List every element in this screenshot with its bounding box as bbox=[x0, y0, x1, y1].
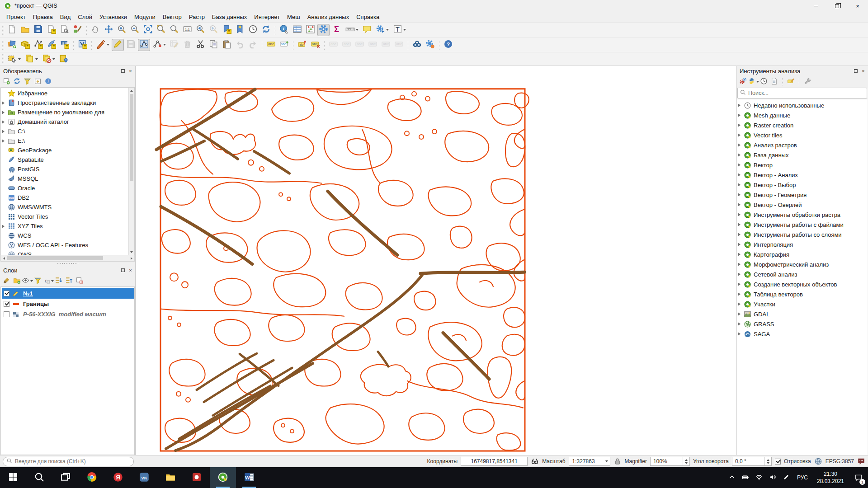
extents-toggle-icon[interactable] bbox=[531, 457, 539, 465]
new-spatialite-layer-button[interactable]: * bbox=[45, 39, 57, 51]
show-layout-manager-button[interactable] bbox=[58, 24, 71, 36]
zoom-native-button[interactable]: 1:1 bbox=[181, 24, 193, 36]
help-button[interactable]: ? bbox=[442, 39, 454, 51]
new-print-layout-button[interactable]: * bbox=[45, 24, 57, 36]
zoom-to-layer-button[interactable] bbox=[168, 24, 180, 36]
chevron-down-icon[interactable] bbox=[35, 58, 38, 60]
results-viewer-button[interactable] bbox=[769, 77, 778, 86]
cut-features-button[interactable] bbox=[194, 39, 207, 51]
expand-arrow-icon[interactable] bbox=[738, 183, 741, 187]
expand-arrow-icon[interactable] bbox=[738, 243, 741, 246]
style-manager-button[interactable] bbox=[71, 24, 84, 36]
processing-group[interactable]: Вектор - Выбор bbox=[738, 180, 868, 190]
expand-all-button[interactable] bbox=[54, 277, 63, 286]
processing-group[interactable]: Недавно использованные bbox=[738, 100, 868, 110]
expand-arrow-icon[interactable] bbox=[738, 173, 741, 177]
select-features-button[interactable] bbox=[6, 53, 22, 65]
browser-item[interactable]: OWS bbox=[2, 250, 134, 255]
taskbar-taskbar-search[interactable] bbox=[26, 467, 52, 488]
expand-arrow-icon[interactable] bbox=[738, 133, 741, 137]
processing-group[interactable]: GDAL bbox=[738, 309, 868, 319]
open-attribute-table-button[interactable] bbox=[291, 24, 303, 36]
crs-status[interactable]: EPSG:3857 bbox=[826, 458, 854, 465]
tray-battery[interactable] bbox=[739, 467, 752, 488]
processing-group[interactable]: Участки bbox=[738, 299, 868, 309]
browser-item[interactable]: Избранное bbox=[2, 89, 134, 98]
new-spatial-bookmark-button[interactable]: * bbox=[221, 24, 233, 36]
remove-layer-button[interactable] bbox=[75, 277, 84, 286]
layer-item[interactable]: №1 bbox=[2, 288, 134, 299]
menu-11[interactable]: Меш bbox=[283, 12, 304, 22]
expand-arrow-icon[interactable] bbox=[738, 292, 741, 296]
data-source-manager-button[interactable] bbox=[6, 39, 18, 51]
locator-search[interactable] bbox=[3, 457, 134, 466]
delete-selected-button[interactable] bbox=[181, 39, 193, 51]
redo-button[interactable] bbox=[247, 39, 259, 51]
menu-12[interactable]: Анализ данных bbox=[304, 12, 353, 22]
tray-volume[interactable] bbox=[766, 467, 779, 488]
browser-item[interactable]: C:\ bbox=[2, 127, 134, 136]
browser-item[interactable]: XYZ Tiles bbox=[2, 221, 134, 231]
browser-item[interactable]: WCS bbox=[2, 231, 134, 240]
filter-by-expression-button[interactable]: ε bbox=[43, 277, 52, 286]
filter-legend-button[interactable] bbox=[33, 277, 42, 286]
browser-float-button[interactable] bbox=[120, 68, 126, 74]
menu-8[interactable]: Растр bbox=[185, 12, 208, 22]
new-project-button[interactable] bbox=[6, 24, 18, 36]
rotation-spinner[interactable]: 0,0 ° bbox=[732, 457, 772, 466]
processing-group[interactable]: GRASS bbox=[738, 319, 868, 329]
layer-item[interactable]: P-56-XXXIG_modified масшт bbox=[2, 309, 134, 319]
measure-button[interactable] bbox=[344, 24, 360, 36]
osm-place-search-button[interactable] bbox=[411, 39, 423, 51]
vertex-tool-button[interactable] bbox=[138, 39, 150, 51]
panel-splitter[interactable] bbox=[0, 262, 135, 265]
add-selected-layers-button[interactable] bbox=[2, 77, 11, 86]
processing-group[interactable]: Vector tiles bbox=[738, 130, 868, 140]
processing-group[interactable]: Картография bbox=[738, 249, 868, 259]
coordinates-input[interactable] bbox=[461, 457, 528, 466]
expand-arrow-icon[interactable] bbox=[738, 113, 741, 117]
processing-group[interactable]: Вектор bbox=[738, 160, 868, 170]
zoom-to-selection-button[interactable] bbox=[155, 24, 167, 36]
undo-button[interactable] bbox=[234, 39, 246, 51]
processing-float-button[interactable] bbox=[853, 68, 859, 74]
layer-item[interactable]: Границы bbox=[2, 299, 134, 309]
layers-float-button[interactable] bbox=[120, 267, 126, 273]
taskbar-clock[interactable]: 21:30 28.03.2021 bbox=[812, 470, 849, 485]
processing-group[interactable]: Сетевой анализ bbox=[738, 269, 868, 279]
browser-item[interactable]: Vector Tiles bbox=[2, 212, 134, 221]
chevron-down-icon[interactable] bbox=[18, 58, 21, 60]
processing-search-input[interactable] bbox=[748, 90, 864, 96]
run-feature-action-button[interactable] bbox=[374, 24, 390, 36]
minimize-button[interactable] bbox=[806, 0, 826, 12]
layer-diagram-button[interactable]: abc bbox=[278, 39, 290, 51]
expand-arrow-icon[interactable] bbox=[738, 302, 741, 306]
menu-5[interactable]: Установки bbox=[96, 12, 131, 22]
chevron-down-icon[interactable] bbox=[52, 58, 55, 60]
processing-group[interactable]: Вектор - Оверлей bbox=[738, 200, 868, 210]
processing-group[interactable]: Mesh данные bbox=[738, 110, 868, 120]
chevron-down-icon[interactable] bbox=[107, 44, 109, 46]
processing-group[interactable]: Создание векторных объектов bbox=[738, 279, 868, 289]
taskbar-start-button[interactable] bbox=[0, 467, 26, 488]
expand-arrow-icon[interactable] bbox=[2, 101, 5, 105]
manage-map-themes-button[interactable] bbox=[23, 277, 32, 286]
expand-arrow-icon[interactable] bbox=[2, 111, 5, 114]
chevron-down-icon[interactable] bbox=[163, 44, 166, 46]
zoom-out-button[interactable] bbox=[129, 24, 141, 36]
zoom-in-button[interactable] bbox=[116, 24, 128, 36]
zoom-next-button[interactable] bbox=[208, 24, 220, 36]
expand-arrow-icon[interactable] bbox=[738, 223, 741, 226]
expand-arrow-icon[interactable] bbox=[738, 163, 741, 167]
filter-browser-button[interactable] bbox=[23, 77, 32, 86]
chevron-down-icon[interactable] bbox=[403, 29, 406, 31]
expand-arrow-icon[interactable] bbox=[738, 193, 741, 197]
map-canvas[interactable] bbox=[136, 66, 736, 455]
expand-arrow-icon[interactable] bbox=[738, 312, 741, 316]
collapse-all-layers-button[interactable] bbox=[64, 277, 73, 286]
open-layer-styling-button[interactable] bbox=[2, 277, 11, 286]
processing-group[interactable]: Вектор - Геометрия bbox=[738, 190, 868, 200]
processing-group[interactable]: Таблица векторов bbox=[738, 289, 868, 299]
locator-search-input[interactable] bbox=[15, 458, 130, 465]
expand-arrow-icon[interactable] bbox=[2, 130, 5, 133]
